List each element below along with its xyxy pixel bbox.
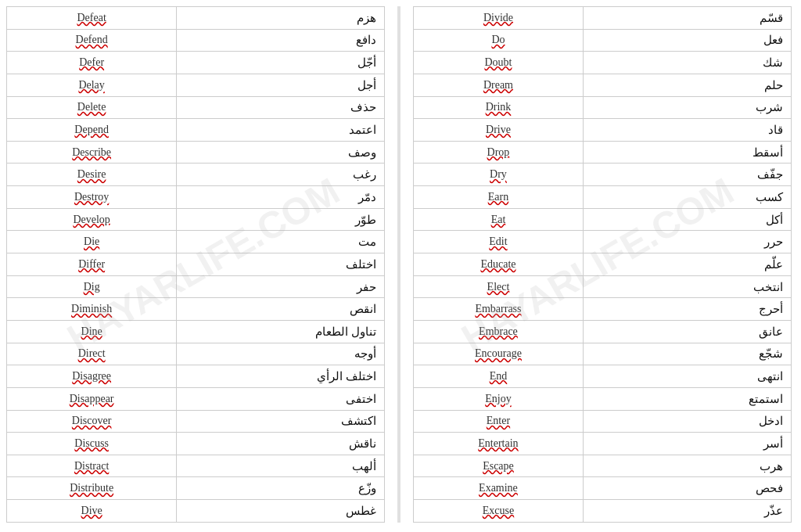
- english-word: Educate: [413, 253, 583, 276]
- table-row: Delayأجل: [7, 74, 385, 96]
- english-word: Drive: [413, 119, 583, 142]
- arabic-translation: اختلف: [177, 253, 385, 276]
- english-word: Direct: [7, 343, 177, 365]
- arabic-translation: شرب: [584, 96, 792, 119]
- arabic-translation: وصف: [177, 141, 385, 164]
- english-word: Develop: [7, 208, 177, 231]
- english-word: Embrace: [413, 320, 583, 343]
- table-row: Educateعلّم: [413, 253, 791, 276]
- arabic-translation: حلم: [584, 74, 792, 96]
- english-word: Differ: [7, 253, 177, 276]
- table-row: Examineفحص: [413, 477, 791, 500]
- arabic-translation: ألهب: [177, 455, 385, 477]
- table-row: Destroyدمّر: [7, 186, 385, 209]
- english-word: Defeat: [7, 7, 177, 30]
- english-word: Dive: [7, 500, 177, 523]
- english-word: Do: [413, 29, 583, 52]
- english-word: Eat: [413, 208, 583, 231]
- table-row: Dropأسقط: [413, 141, 791, 164]
- table-row: Earnكسب: [413, 186, 791, 209]
- english-word: Enter: [413, 410, 583, 433]
- arabic-translation: حرر: [584, 231, 792, 253]
- english-word: Defend: [7, 29, 177, 52]
- arabic-translation: عانق: [584, 320, 792, 343]
- english-word: Delete: [7, 96, 177, 119]
- english-word: Excuse: [413, 500, 583, 523]
- english-word: Diminish: [7, 298, 177, 321]
- arabic-translation: أوجه: [177, 343, 385, 365]
- table-row: Encourageشجّع: [413, 343, 791, 365]
- arabic-translation: هرب: [584, 455, 792, 477]
- right-vocab-table: DivideقسّمDoفعلDoubtشكDreamحلمDrinkشربDr…: [413, 6, 792, 523]
- arabic-translation: طوّر: [177, 208, 385, 231]
- arabic-translation: ادخل: [584, 410, 792, 433]
- english-word: Entertain: [413, 433, 583, 455]
- arabic-translation: عذّر: [584, 500, 792, 523]
- english-word: Dig: [7, 275, 177, 298]
- table-row: Endانتهى: [413, 365, 791, 388]
- arabic-translation: شك: [584, 52, 792, 74]
- english-word: Doubt: [413, 52, 583, 74]
- table-row: Diveغطس: [7, 500, 385, 523]
- english-word: Discuss: [7, 433, 177, 455]
- arabic-translation: اكتشف: [177, 410, 385, 433]
- table-row: Desireرغب: [7, 164, 385, 186]
- english-word: Edit: [413, 231, 583, 253]
- english-word: Divide: [413, 7, 583, 30]
- table-row: Digحفر: [7, 275, 385, 298]
- table-row: Dieمت: [7, 231, 385, 253]
- table-row: Driveقاد: [413, 119, 791, 142]
- english-word: Destroy: [7, 186, 177, 209]
- english-word: Dine: [7, 320, 177, 343]
- arabic-translation: شجّع: [584, 343, 792, 365]
- table-row: Dineتناول الطعام: [7, 320, 385, 343]
- english-word: Examine: [413, 477, 583, 500]
- table-row: Differاختلف: [7, 253, 385, 276]
- english-word: Disappear: [7, 387, 177, 410]
- table-row: Describeوصف: [7, 141, 385, 164]
- english-word: Dry: [413, 164, 583, 186]
- table-row: Defeatهزم: [7, 7, 385, 30]
- arabic-translation: انتخب: [584, 275, 792, 298]
- arabic-translation: استمتع: [584, 387, 792, 410]
- table-row: Dryجفّف: [413, 164, 791, 186]
- table-row: Entertainأسر: [413, 433, 791, 455]
- arabic-translation: قسّم: [584, 7, 792, 30]
- arabic-translation: فعل: [584, 29, 792, 52]
- table-row: Deferأجّل: [7, 52, 385, 74]
- arabic-translation: فحص: [584, 477, 792, 500]
- english-word: Drink: [413, 96, 583, 119]
- table-row: Dreamحلم: [413, 74, 791, 96]
- arabic-translation: اختفى: [177, 387, 385, 410]
- arabic-translation: ناقش: [177, 433, 385, 455]
- english-word: Distract: [7, 455, 177, 477]
- arabic-translation: اعتمد: [177, 119, 385, 142]
- english-word: Escape: [413, 455, 583, 477]
- english-word: Elect: [413, 275, 583, 298]
- arabic-translation: قاد: [584, 119, 792, 142]
- table-row: Enjoyاستمتع: [413, 387, 791, 410]
- english-word: Describe: [7, 141, 177, 164]
- arabic-translation: أسقط: [584, 141, 792, 164]
- english-word: Encourage: [413, 343, 583, 365]
- table-row: Defendدافع: [7, 29, 385, 52]
- table-row: Dependاعتمد: [7, 119, 385, 142]
- english-word: Defer: [7, 52, 177, 74]
- arabic-translation: رغب: [177, 164, 385, 186]
- arabic-translation: حذف: [177, 96, 385, 119]
- table-row: Divideقسّم: [413, 7, 791, 30]
- english-word: Embarrass: [413, 298, 583, 321]
- table-row: Distributeوزّع: [7, 477, 385, 500]
- arabic-translation: انتهى: [584, 365, 792, 388]
- table-row: Embarrassأحرج: [413, 298, 791, 321]
- table-divider: [397, 6, 400, 523]
- arabic-translation: أسر: [584, 433, 792, 455]
- table-row: Doفعل: [413, 29, 791, 52]
- arabic-translation: وزّع: [177, 477, 385, 500]
- page-container: HAYARLIFE.COM HAYARLIFE.COM DefeatهزمDef…: [6, 6, 795, 523]
- english-word: Dream: [413, 74, 583, 96]
- arabic-translation: حفر: [177, 275, 385, 298]
- english-word: Die: [7, 231, 177, 253]
- table-row: Excuseعذّر: [413, 500, 791, 523]
- arabic-translation: اختلف الرأي: [177, 365, 385, 388]
